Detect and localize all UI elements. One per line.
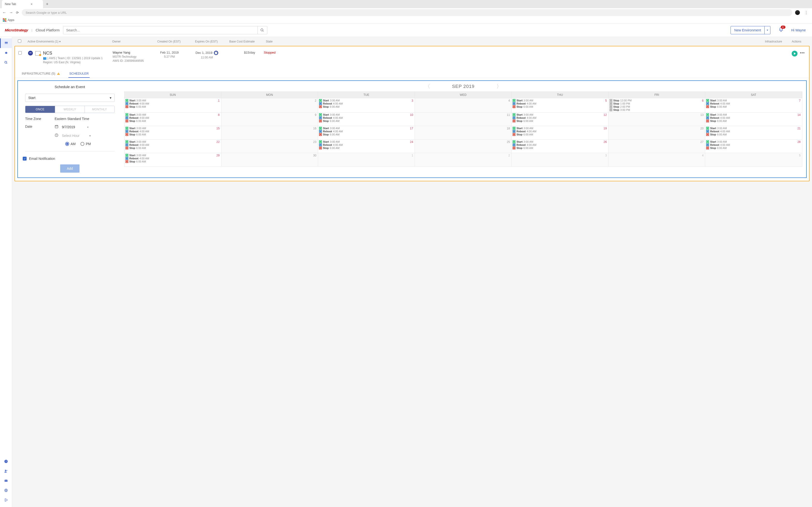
- calendar-event[interactable]: Start3:00 AM: [513, 127, 607, 130]
- calendar-event[interactable]: Reboot4:00 AM: [513, 102, 607, 105]
- new-environment-button[interactable]: New Environment ▾: [730, 26, 770, 34]
- calendar-cell[interactable]: 10Start3:00 AMReboot4:00 AMStop6:00 AM: [318, 112, 415, 126]
- calendar-event[interactable]: Stop6:00 AM: [125, 147, 220, 150]
- calendar-cell[interactable]: 9: [221, 112, 318, 126]
- calendar-event[interactable]: Start3:00 AM: [125, 99, 220, 102]
- calendar-cell[interactable]: 13: [609, 112, 705, 126]
- email-notification-checkbox[interactable]: ✓: [23, 157, 27, 161]
- calendar-event[interactable]: Start3:00 AM: [125, 140, 220, 143]
- calendar-event[interactable]: Stop2:00 PM: [609, 105, 704, 108]
- sidebar-item-globe[interactable]: [0, 486, 12, 495]
- calendar-event[interactable]: Stop1:00 PM: [609, 102, 704, 105]
- radio-pm[interactable]: PM: [81, 142, 91, 146]
- calendar-cell[interactable]: 5Start3:00 AMReboot4:00 AMStop6:00 AM: [512, 98, 609, 112]
- calendar-cell[interactable]: 12Start3:00 AMReboot4:00 AMStop6:00 AM: [512, 112, 609, 126]
- calendar-event[interactable]: Reboot4:00 AM: [706, 130, 801, 133]
- calendar-cell[interactable]: 19Start3:00 AMReboot4:00 AMStop6:00 AM: [512, 126, 609, 139]
- calendar-event[interactable]: Stop6:00 AM: [706, 105, 801, 108]
- calendar-cell[interactable]: 15Start3:00 AMReboot4:00 AMStop6:00 AM: [124, 126, 221, 139]
- calendar-cell[interactable]: 25: [415, 139, 512, 153]
- user-greeting[interactable]: Hi Wayne: [791, 28, 806, 32]
- calendar-event[interactable]: Stop6:00 AM: [513, 133, 607, 136]
- calendar-cell[interactable]: 2: [221, 98, 318, 112]
- header-search[interactable]: [63, 26, 267, 34]
- calendar-cell[interactable]: 29Start3:00 AMReboot4:00 AMStop6:00 AM: [124, 153, 221, 166]
- calendar-event[interactable]: Stop6:00 AM: [513, 105, 607, 108]
- calendar-event[interactable]: Stop6:00 AM: [706, 133, 801, 136]
- collapse-button[interactable]: −: [28, 51, 33, 56]
- sidebar-item-environments[interactable]: [0, 38, 12, 48]
- frequency-weekly[interactable]: WEEKLY: [55, 106, 85, 113]
- calendar-cell[interactable]: 20: [609, 126, 705, 139]
- calendar-cell[interactable]: 28Start3:00 AMReboot4:00 AMStop6:00 AM: [705, 139, 802, 153]
- calendar-cell[interactable]: 22Start3:00 AMReboot4:00 AMStop6:00 AM: [124, 139, 221, 153]
- calendar-event[interactable]: Start3:00 AM: [513, 99, 607, 102]
- calendar-cell[interactable]: 4: [415, 98, 512, 112]
- calendar-event[interactable]: Stop6:00 AM: [706, 119, 801, 122]
- omnibox[interactable]: Search Google or type a URL: [22, 9, 792, 16]
- back-icon[interactable]: ←: [2, 10, 6, 15]
- calendar-event[interactable]: Start3:00 AM: [706, 140, 801, 143]
- calendar-cell[interactable]: 3Start3:00 AMReboot4:00 AMStop6:00 AM: [318, 98, 415, 112]
- column-state[interactable]: State: [255, 40, 284, 43]
- calendar-cell[interactable]: 17Start3:00 AMReboot4:00 AMStop6:00 AM: [318, 126, 415, 139]
- column-expires[interactable]: Expires On (EST): [187, 40, 226, 43]
- calendar-event[interactable]: Start3:00 AM: [319, 113, 414, 116]
- calendar-cell[interactable]: 5: [705, 153, 802, 166]
- tab-infrastructure[interactable]: INFRASTRUCTURE (5): [21, 70, 61, 78]
- sidebar-item-logout[interactable]: [0, 495, 12, 505]
- calendar-cell[interactable]: 27: [609, 139, 705, 153]
- calendar-cell[interactable]: 21Start3:00 AMReboot4:00 AMStop6:00 AM: [705, 126, 802, 139]
- calendar-next[interactable]: 〉: [496, 83, 502, 90]
- calendar-event[interactable]: Stop3:00 PM: [609, 108, 704, 111]
- tab-scheduler[interactable]: SCHEDULER: [68, 70, 90, 78]
- calendar-event[interactable]: Start3:00 AM: [125, 154, 220, 157]
- close-icon[interactable]: ×: [31, 2, 33, 6]
- calendar-event[interactable]: Start3:00 AM: [125, 127, 220, 130]
- calendar-cell[interactable]: 8Start3:00 AMReboot4:00 AMStop6:00 AM: [124, 112, 221, 126]
- browser-tab[interactable]: New Tab ×: [2, 0, 43, 8]
- notifications-button[interactable]: 42: [779, 27, 783, 33]
- calendar-event[interactable]: Stop6:00 AM: [319, 119, 414, 122]
- calendar-event[interactable]: Stop6:00 AM: [125, 105, 220, 108]
- calendar-event[interactable]: Reboot4:00 AM: [319, 116, 414, 119]
- calendar-cell[interactable]: 11: [415, 112, 512, 126]
- browser-menu-icon[interactable]: ⋮: [803, 10, 810, 15]
- calendar-cell[interactable]: 1Start3:00 AMReboot4:00 AMStop6:00 AM: [124, 98, 221, 112]
- calendar-event[interactable]: Reboot4:00 AM: [125, 130, 220, 133]
- calendar-event[interactable]: Reboot4:00 AM: [319, 102, 414, 105]
- calendar-event[interactable]: Start3:00 AM: [319, 140, 414, 143]
- calendar-event[interactable]: Start3:00 AM: [125, 113, 220, 116]
- calendar-event[interactable]: Stop6:00 AM: [125, 133, 220, 136]
- calendar-event[interactable]: Reboot4:00 AM: [706, 102, 801, 105]
- calendar-event[interactable]: Start3:00 AM: [319, 99, 414, 102]
- calendar-event[interactable]: Start3:00 AM: [513, 140, 607, 143]
- sidebar-item-search[interactable]: [0, 58, 12, 67]
- column-active-environments[interactable]: Active Environments (1) ▾: [28, 40, 61, 43]
- calendar-event[interactable]: Stop6:00 AM: [513, 147, 607, 150]
- calendar-event[interactable]: Start3:00 AM: [513, 113, 607, 116]
- select-all-checkbox[interactable]: [18, 39, 21, 43]
- sidebar-item-settings[interactable]: [0, 48, 12, 58]
- radio-am[interactable]: AM: [65, 142, 75, 146]
- calendar-cell[interactable]: 2: [415, 153, 512, 166]
- calendar-event[interactable]: Reboot4:00 AM: [513, 130, 607, 133]
- forward-icon[interactable]: →: [9, 10, 13, 15]
- calendar-cell[interactable]: 7Start3:00 AMReboot4:00 AMStop6:00 AM: [705, 98, 802, 112]
- chevron-down-icon[interactable]: ▾: [764, 26, 770, 34]
- calendar-cell[interactable]: 24Start3:00 AMReboot4:00 AMStop6:00 AM: [318, 139, 415, 153]
- calendar-cell[interactable]: 23: [221, 139, 318, 153]
- calendar-event[interactable]: Reboot4:00 AM: [513, 144, 607, 146]
- hour-picker[interactable]: Select Hour ▾: [62, 134, 91, 137]
- event-type-select[interactable]: Start ▾: [25, 94, 114, 102]
- column-owner[interactable]: Owner: [112, 40, 151, 43]
- apps-grid-icon[interactable]: [3, 18, 6, 22]
- frequency-monthly[interactable]: MONTHLY: [85, 106, 114, 113]
- column-infrastructure[interactable]: Infrastructure: [284, 40, 787, 43]
- calendar-cell[interactable]: 14Start3:00 AMReboot4:00 AMStop6:00 AM: [705, 112, 802, 126]
- calendar-event[interactable]: Start3:00 AM: [706, 99, 801, 102]
- calendar-event[interactable]: Reboot4:00 AM: [125, 144, 220, 146]
- calendar-event[interactable]: Reboot4:00 AM: [125, 157, 220, 160]
- more-actions-button[interactable]: •••: [800, 51, 805, 55]
- new-tab-button[interactable]: +: [44, 2, 51, 7]
